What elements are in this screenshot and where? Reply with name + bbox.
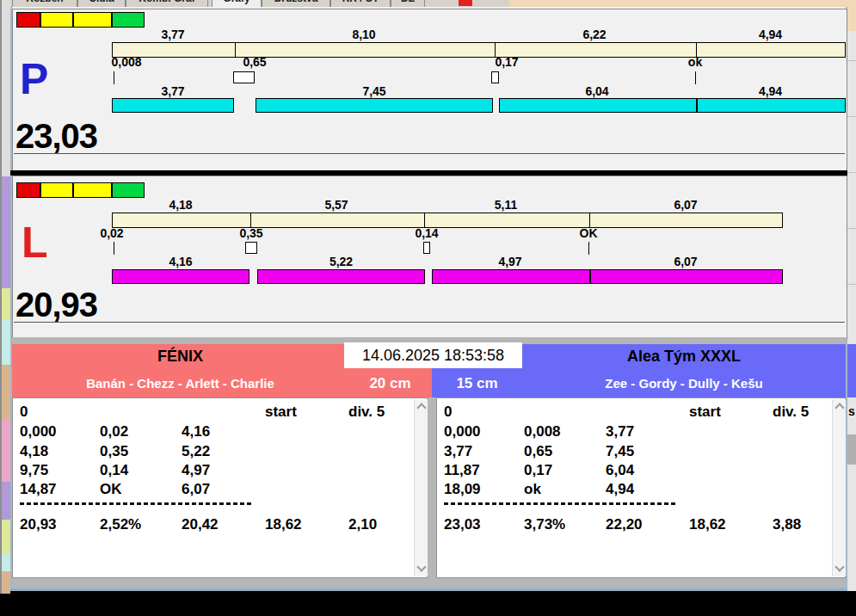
red-marker [459,0,472,6]
segment-label: 6,04 [499,84,695,98]
split-label: 4,94 [695,28,846,41]
table-cell: 0,000 [20,423,57,440]
split-label: 3,77 [112,28,234,41]
table-row: 0startdiv. 5 [437,403,845,422]
checkpoint-label: 0,35 [225,226,277,240]
segment-bar [257,269,425,284]
table-cell: 5,22 [182,443,210,460]
table-cell: 18,62 [689,516,726,533]
app-screen: s Rozběh Čidla Kombi Graf Grafy Družstva… [0,0,856,616]
table-cell: 4,97 [182,462,210,479]
team-members-right: Zee - Gordy - Dully - Kešu [522,376,846,391]
team-members-left: Banán - Chezz - Arlett - Charlie [12,376,348,391]
segment-label: 3,77 [112,84,234,98]
split-bar [112,42,846,58]
scroll-down-button[interactable] [415,561,428,575]
table-cell: 22,20 [606,516,643,533]
table-cell: 18,09 [444,481,481,498]
checkpoint-label: 0,17 [481,55,533,69]
table-cell: start [689,403,721,421]
table-cell: 0,17 [524,462,552,479]
tab-bar: Rozběh Čidla Kombi Graf Grafy Družstva K… [10,0,847,7]
lane-panel-p: P 3,77 8,10 6,22 4,94 0,008 0,65 0,17 ok… [12,9,847,172]
table-cell: 0,65 [524,443,552,460]
table-cell: 6,04 [606,462,634,479]
segment-bar [112,269,249,284]
light-yellow-1 [40,182,73,198]
tab-cidla[interactable]: Čidla [77,0,126,7]
dashed-divider [20,502,254,505]
checkpoint-label: OK [563,226,614,240]
segment-label: 4,16 [112,255,249,268]
checkpoint-label: 0,008 [92,55,161,69]
right-edge-strip: s [847,0,856,616]
table-cell: 2,10 [348,516,377,533]
split-label: 6,22 [494,28,695,41]
checkpoint-label: 0,14 [401,226,453,240]
split-label: 6,07 [588,198,783,212]
dashed-divider [444,502,678,505]
split-label: 8,10 [234,28,494,41]
table-cell: 0,02 [100,423,128,440]
table-cell: 4,16 [182,423,210,440]
segment-bar [499,98,846,113]
left-edge-strip [0,0,10,616]
scroll-down-button[interactable] [833,561,846,575]
table-cell: div. 5 [773,403,809,421]
segment-label: 4,94 [695,84,846,98]
lane-letter-p: P [20,58,48,101]
tab-kombi-graf[interactable]: Kombi Graf [126,0,208,7]
table-cell: 0,008 [524,423,561,440]
table-cell: 6,07 [182,481,210,498]
table-cell: 7,45 [606,443,634,460]
table-cell: 2,52% [100,516,141,533]
table-cell: 0,35 [100,443,128,460]
checkpoint-tick [588,242,589,255]
table-row: 20,932,52%20,4218,622,10 [13,516,427,535]
table-cell: 3,88 [773,516,801,533]
table-row: 3,770,657,45 [437,443,845,462]
light-green [112,12,145,28]
table-cell: 3,77 [606,423,634,440]
split-label: 5,57 [249,198,423,212]
table-cell: 3,77 [444,443,472,460]
chevron-down-icon [834,562,844,571]
table-cell: 14,87 [20,481,57,498]
team-name-right: Alea Tým XXXL [522,348,846,366]
table-row: 18,09ok4,94 [437,481,845,500]
distance-right: 15 cm [432,375,522,392]
table-cell: 4,94 [606,481,634,498]
tabbar-tan-area [509,0,847,7]
table-cell: div. 5 [348,403,385,421]
tab-rozbeh[interactable]: Rozběh [12,0,77,7]
run-table-left: 0startdiv. 50,0000,024,164,180,355,229,7… [12,397,428,578]
table-cell: 23,03 [444,516,481,533]
light-red [16,12,40,28]
light-red [16,182,40,198]
table-cell: 3,73% [524,516,565,533]
table-row: 0,0000,024,16 [13,423,427,442]
segment-bar [432,269,783,284]
table-cell: 20,42 [182,516,219,533]
team-name-left: FÉNIX [12,348,348,366]
distance-left: 20 cm [348,375,432,392]
table-row: 9,750,144,97 [13,462,427,481]
tab-dz[interactable]: DZ [391,0,425,7]
segment-label: 4,97 [432,255,588,268]
status-lights [13,182,151,198]
tab-kk-st[interactable]: KK / ST [330,0,391,7]
status-lights [13,12,151,28]
table-row: 0,0000,0083,77 [437,423,845,442]
table-cell: OK [100,481,122,498]
checkpoint-tick [114,71,114,84]
table-cell: 20,93 [20,516,57,533]
tab-grafy[interactable]: Grafy [212,0,262,7]
datetime-box: 14.06.2025 18:53:58 [344,342,522,368]
table-cell: 18,62 [265,516,302,533]
split-label: 5,11 [423,198,588,212]
table-row: 14,87OK6,07 [13,481,427,500]
light-yellow-2 [73,12,112,28]
tab-druzstva[interactable]: Družstva [262,0,330,7]
table-row: 11,870,176,04 [437,462,845,481]
checkpoint-box [245,242,257,254]
